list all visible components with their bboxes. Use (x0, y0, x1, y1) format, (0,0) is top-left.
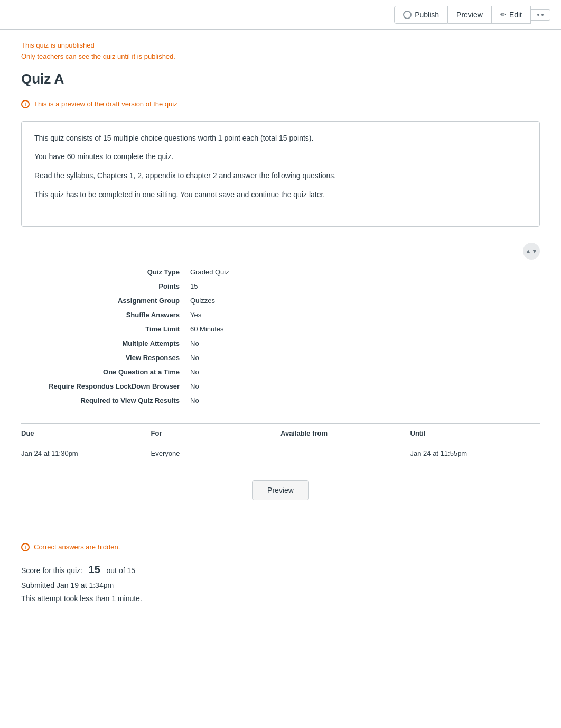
correct-answers-icon: i (21, 543, 30, 551)
toolbar-actions: Publish Preview ✏ Edit (394, 6, 550, 24)
correct-answers-notice: i Correct answers are hidden. (21, 543, 540, 551)
schedule-row: Jan 24 at 11:30pm Everyone Jan 24 at 11:… (21, 443, 540, 464)
publish-button[interactable]: Publish (394, 6, 448, 24)
schedule-available-from (280, 449, 410, 457)
details-row: Points15 (21, 279, 540, 293)
publish-label: Publish (415, 11, 439, 19)
details-row: One Question at a TimeNo (21, 365, 540, 379)
details-row: View ResponsesNo (21, 351, 540, 365)
details-table: Quiz TypeGraded QuizPoints15Assignment G… (21, 265, 540, 408)
details-label-9: Required to View Quiz Results (21, 397, 190, 404)
details-value-2: Quizzes (190, 297, 215, 305)
desc-line3: Read the syllabus, Chapters 1, 2, append… (34, 170, 527, 182)
main-content: This quiz is unpublished Only teachers c… (0, 30, 561, 626)
score-total: out of 15 (107, 566, 136, 575)
details-value-5: No (190, 339, 199, 347)
details-value-7: No (190, 368, 199, 376)
details-label-2: Assignment Group (21, 297, 190, 305)
schedule-due: Jan 24 at 11:30pm (21, 449, 151, 457)
details-row: Shuffle AnswersYes (21, 308, 540, 322)
schedule-section: Due For Available from Until Jan 24 at 1… (21, 423, 540, 464)
score-label: Score for this quiz: (21, 566, 82, 575)
draft-notice-text: This is a preview of the draft version o… (34, 100, 177, 108)
status-notice: This quiz is unpublished Only teachers c… (21, 40, 540, 62)
quiz-description-box: This quiz consists of 15 multiple choice… (21, 121, 540, 227)
schedule-col-available: Available from (280, 429, 410, 437)
details-label-4: Time Limit (21, 325, 190, 333)
details-value-0: Graded Quiz (190, 268, 229, 276)
details-row: Assignment GroupQuizzes (21, 293, 540, 308)
schedule-for: Everyone (151, 449, 281, 457)
details-value-1: 15 (190, 282, 198, 290)
pencil-icon: ✏ (500, 11, 506, 19)
details-row: Quiz TypeGraded Quiz (21, 265, 540, 279)
draft-notice: i This is a preview of the draft version… (21, 98, 540, 110)
details-value-3: Yes (190, 311, 201, 319)
details-label-1: Points (21, 282, 190, 290)
details-row: Require Respondus LockDown BrowserNo (21, 379, 540, 393)
details-row: Time Limit60 Minutes (21, 322, 540, 336)
dot1 (537, 14, 539, 16)
details-label-0: Quiz Type (21, 268, 190, 276)
edit-button[interactable]: ✏ Edit (492, 6, 531, 24)
dot2 (541, 14, 544, 16)
details-value-4: 60 Minutes (190, 325, 224, 333)
status-line1: This quiz is unpublished (21, 40, 540, 51)
details-row: Required to View Quiz ResultsNo (21, 393, 540, 408)
draft-info-icon: i (21, 100, 30, 108)
preview-label-top: Preview (456, 11, 483, 19)
schedule-header: Due For Available from Until (21, 424, 540, 443)
top-bar: Publish Preview ✏ Edit (0, 0, 561, 30)
details-label-6: View Responses (21, 354, 190, 362)
more-options-button[interactable] (531, 9, 550, 21)
preview-button-label: Preview (267, 486, 294, 494)
preview-button-container: Preview (21, 480, 540, 500)
desc-line4: This quiz has to be completed in one sit… (34, 189, 527, 201)
details-value-8: No (190, 382, 199, 390)
desc-line2: You have 60 minutes to complete the quiz… (34, 151, 527, 163)
details-value-6: No (190, 354, 199, 362)
edit-label: Edit (509, 11, 522, 19)
details-label-7: One Question at a Time (21, 368, 190, 376)
score-info: Score for this quiz: 15 out of 15 Submit… (21, 560, 540, 605)
quiz-title: Quiz A (21, 71, 540, 87)
schedule-col-for: For (151, 429, 281, 437)
status-line2: Only teachers can see the quiz until it … (21, 51, 540, 62)
details-row: Multiple AttemptsNo (21, 336, 540, 351)
preview-button-top[interactable]: Preview (448, 6, 492, 24)
preview-button-main[interactable]: Preview (252, 480, 309, 500)
details-label-8: Require Respondus LockDown Browser (21, 382, 190, 390)
scroll-hint: ▲▼ (21, 243, 540, 260)
desc-line1: This quiz consists of 15 multiple choice… (34, 132, 527, 145)
scroll-button[interactable]: ▲▼ (523, 243, 540, 260)
details-value-9: No (190, 397, 199, 404)
correct-answers-text: Correct answers are hidden. (34, 543, 120, 551)
score-section: i Correct answers are hidden. Score for … (21, 532, 540, 605)
details-label-3: Shuffle Answers (21, 311, 190, 319)
schedule-until: Jan 24 at 11:55pm (410, 449, 540, 457)
schedule-col-due: Due (21, 429, 151, 437)
attempt-time-line: This attempt took less than 1 minute. (21, 592, 540, 605)
submitted-line: Submitted Jan 19 at 1:34pm (21, 579, 540, 592)
details-label-5: Multiple Attempts (21, 339, 190, 347)
schedule-col-until: Until (410, 429, 540, 437)
publish-icon (403, 11, 412, 19)
score-value: 15 (89, 564, 100, 575)
score-line: Score for this quiz: 15 out of 15 (21, 560, 540, 579)
